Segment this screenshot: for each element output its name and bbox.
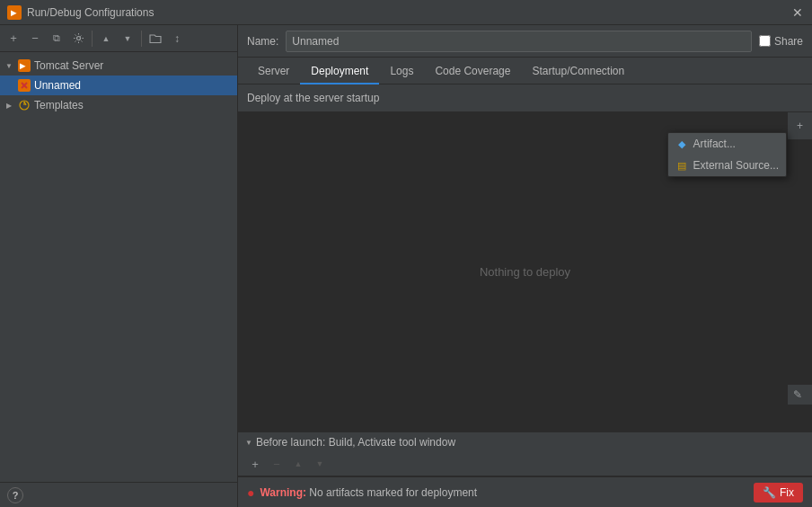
tomcat-server-label: Tomcat Server: [34, 59, 103, 72]
dropdown-item-artifact[interactable]: ◆ Artifact...: [668, 133, 786, 155]
before-launch-toolbar: + − ▲ ▼: [238, 452, 812, 476]
left-panel: + − ⧉ ▲ ▼ ↕: [0, 25, 238, 507]
down-button[interactable]: ▼: [118, 29, 137, 49]
edit-button[interactable]: ✎: [788, 385, 808, 405]
remove-config-button[interactable]: −: [25, 29, 45, 49]
left-toolbar: + − ⧉ ▲ ▼ ↕: [0, 25, 237, 52]
name-label: Name:: [247, 35, 278, 48]
name-input[interactable]: [286, 31, 752, 52]
app-icon: ▶: [7, 5, 22, 20]
name-row: Name: Share: [238, 25, 812, 58]
templates-arrow: ▶: [4, 100, 14, 111]
add-deploy-button[interactable]: +: [790, 116, 810, 136]
fix-button[interactable]: 🔧 Fix: [754, 483, 803, 503]
folder-button[interactable]: [146, 29, 165, 49]
unnamed-label: Unnamed: [34, 79, 81, 92]
warning-message: No artifacts marked for deployment: [309, 486, 477, 499]
tab-logs[interactable]: Logs: [379, 59, 424, 84]
close-button[interactable]: ✕: [790, 5, 805, 20]
fix-icon: 🔧: [763, 486, 776, 499]
tomcat-server-icon: ▶: [17, 58, 31, 73]
toolbar-sep-1: [92, 31, 93, 47]
templates-label: Templates: [34, 99, 84, 111]
toolbar-sep-2: [141, 31, 142, 47]
copy-config-button[interactable]: ⧉: [47, 29, 66, 49]
before-launch-arrow: ▼: [245, 439, 252, 447]
tree-item-unnamed[interactable]: ▶ Unnamed: [0, 76, 237, 95]
share-label: Share: [759, 35, 803, 48]
tab-startup-connection[interactable]: Startup/Connection: [521, 59, 635, 84]
up-button[interactable]: ▲: [96, 29, 116, 49]
sort-button[interactable]: ↕: [167, 29, 187, 49]
add-deploy-dropdown: ◆ Artifact... ▤ External Source...: [667, 132, 787, 177]
before-launch-label: Before launch: Build, Activate tool wind…: [256, 436, 455, 449]
titlebar: ▶ Run/Debug Configurations ✕: [0, 0, 812, 25]
deploy-header: Deploy at the server startup: [238, 84, 812, 112]
tab-server[interactable]: Server: [247, 59, 300, 84]
bl-add-button[interactable]: +: [245, 454, 265, 474]
help-button[interactable]: ?: [7, 487, 23, 503]
window-title: Run/Debug Configurations: [27, 6, 790, 19]
tree-item-templates[interactable]: ▶ Templates: [0, 95, 237, 115]
svg-text:▶: ▶: [11, 9, 17, 17]
right-panel: Name: Share Server Deployment Logs Code …: [238, 25, 812, 507]
external-icon: ▤: [675, 159, 688, 172]
side-actions: +: [787, 112, 812, 139]
tab-code-coverage[interactable]: Code Coverage: [424, 59, 521, 84]
svg-point-2: [76, 37, 80, 40]
tomcat-server-arrow: ▼: [4, 60, 14, 71]
bl-down-button: ▼: [310, 454, 330, 474]
warning-prefix: Warning:: [260, 486, 306, 499]
bl-remove-button: −: [267, 454, 287, 474]
main-layout: + − ⧉ ▲ ▼ ↕: [0, 25, 812, 507]
dropdown-item-external[interactable]: ▤ External Source...: [668, 155, 786, 176]
tab-deployment[interactable]: Deployment: [300, 59, 379, 84]
tree-item-tomcat-server[interactable]: ▼ ▶ Tomcat Server: [0, 56, 237, 76]
artifact-icon: ◆: [675, 138, 688, 150]
bottom-bar: ?: [0, 482, 237, 507]
edit-icon: ✎: [793, 388, 802, 401]
before-launch-section: ▼ Before launch: Build, Activate tool wi…: [238, 431, 812, 476]
warning-icon: ●: [247, 485, 254, 500]
settings-button[interactable]: [68, 29, 88, 49]
add-config-button[interactable]: +: [4, 29, 23, 49]
before-launch-header[interactable]: ▼ Before launch: Build, Activate tool wi…: [238, 432, 812, 452]
tabs-bar: Server Deployment Logs Code Coverage Sta…: [238, 58, 812, 84]
config-tree: ▼ ▶ Tomcat Server ▶ Unnamed ▶ Te: [0, 52, 237, 482]
bl-up-button: ▲: [288, 454, 308, 474]
content-area: Deploy at the server startup Nothing to …: [238, 84, 812, 507]
share-checkbox[interactable]: [759, 35, 771, 47]
svg-text:▶: ▶: [20, 62, 26, 70]
nothing-to-deploy-label: Nothing to deploy: [480, 265, 570, 279]
unnamed-icon: [17, 78, 31, 93]
warning-bar: ● Warning: No artifacts marked for deplo…: [238, 476, 812, 507]
warning-text: Warning: No artifacts marked for deploym…: [260, 486, 748, 499]
templates-icon: [17, 98, 31, 112]
